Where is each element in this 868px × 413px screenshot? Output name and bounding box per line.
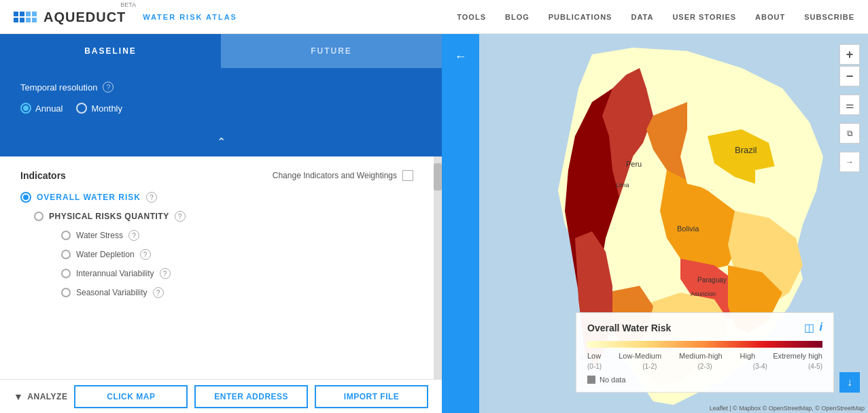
radio-annual-circle [20, 103, 31, 114]
layers-button[interactable]: ⚌ [839, 95, 860, 115]
arrow-down-icon: ↓ [847, 376, 852, 389]
water-depletion-radio[interactable] [61, 250, 71, 259]
svg-text:Paraguay: Paraguay [697, 276, 727, 284]
enter-address-button[interactable]: Enter Address [194, 385, 308, 408]
click-map-button[interactable]: Click map [74, 385, 188, 408]
legend-gradient [587, 341, 822, 348]
nav-data[interactable]: DATA [631, 13, 653, 21]
change-indicators-control[interactable]: Change Indicators and Weightings [273, 170, 413, 181]
temporal-radio-group: Annual Monthly [20, 103, 421, 114]
overall-water-risk-radio[interactable] [20, 192, 31, 203]
nav-about[interactable]: ABOUT [755, 13, 785, 21]
legend-labels: Low Low-Medium Medium-high High Extremel… [587, 352, 822, 360]
physical-risks-sub-items: Water Stress ? Water Depletion ? Interan… [61, 230, 413, 298]
radio-monthly-circle [76, 103, 87, 114]
legend-title: Overall Water Risk [587, 323, 671, 333]
nav-blog[interactable]: BLOG [505, 13, 530, 21]
scroll-down-button[interactable]: ↓ [839, 372, 860, 393]
indicator-overall-water-risk[interactable]: OVERALL WATER RISK ? [20, 192, 413, 203]
indicators-section: Indicators Change Indicators and Weighti… [0, 156, 434, 379]
indicators-header: Indicators Change Indicators and Weighti… [20, 170, 413, 181]
map-controls: + − ⚌ ⧉ → [839, 44, 860, 172]
radio-annual[interactable]: Annual [20, 103, 63, 114]
nav-subscribe[interactable]: SUBSCRIBE [804, 13, 854, 21]
radio-monthly[interactable]: Monthly [76, 103, 122, 114]
beta-badge: BETA [120, 2, 136, 8]
interannual-variability-radio[interactable] [61, 269, 71, 278]
tab-baseline[interactable]: BASELINE [0, 34, 221, 68]
temporal-help-icon[interactable]: ? [103, 82, 114, 93]
logo-container: AQUEDUCT BETA WATER RISK ATLAS [14, 10, 237, 24]
header-nav: TOOLS BLOG PUBLICATIONS DATA USER STORIE… [457, 13, 854, 21]
map-background: Peru Lima Brazil Bolivia Paraguay Asunci… [479, 34, 868, 413]
svg-text:Asuncion: Asuncion [691, 291, 716, 297]
collapse-button[interactable]: ⌃ [0, 127, 442, 156]
physical-risks-help-icon[interactable]: ? [175, 211, 186, 222]
change-indicators-toggle[interactable] [402, 170, 413, 181]
temporal-resolution-section: Temporal resolution ? [20, 82, 421, 93]
zoom-in-button[interactable]: + [839, 44, 860, 65]
seasonal-variability-radio[interactable] [61, 288, 71, 297]
tab-bar: BASELINE FUTURE [0, 34, 442, 68]
water-depletion-help-icon[interactable]: ? [140, 249, 151, 260]
indicators-wrapper: Indicators Change Indicators and Weighti… [0, 156, 442, 379]
fullscreen-button[interactable]: ⧉ [839, 123, 860, 144]
header-subtitle: WATER RISK ATLAS [143, 13, 237, 21]
import-file-button[interactable]: Import file [315, 385, 428, 408]
indicator-water-depletion[interactable]: Water Depletion ? [61, 249, 413, 260]
analyze-button[interactable]: ▼ Analyze [14, 391, 67, 402]
tab-future[interactable]: FUTURE [221, 34, 442, 68]
panel-top: Temporal resolution ? Annual Monthly [0, 68, 442, 127]
legend-compare-icon[interactable]: ◫ [804, 321, 814, 334]
svg-text:Lima: Lima [616, 182, 629, 188]
indicator-interannual-variability[interactable]: Interannual Variability ? [61, 268, 413, 279]
legend-controls: ◫ i [804, 321, 822, 334]
legend: Overall Water Risk ◫ i Low Low-Medium Me… [576, 312, 834, 393]
water-stress-radio[interactable] [61, 231, 71, 240]
chevron-down-icon: ▼ [14, 391, 23, 402]
logo-icon [14, 12, 37, 22]
nav-user-stories[interactable]: USER STORIES [672, 13, 736, 21]
map-area[interactable]: Peru Lima Brazil Bolivia Paraguay Asunci… [479, 34, 868, 413]
indicator-water-stress[interactable]: Water Stress ? [61, 230, 413, 241]
interannual-variability-help-icon[interactable]: ? [160, 268, 171, 279]
chevron-up-icon: ⌃ [217, 135, 226, 148]
nav-tools[interactable]: TOOLS [457, 13, 486, 21]
share-button[interactable]: → [839, 152, 860, 172]
svg-text:Brazil: Brazil [735, 145, 757, 155]
overall-water-risk-help-icon[interactable]: ? [146, 192, 157, 203]
scroll-thumb[interactable] [434, 163, 442, 191]
indicator-physical-risks[interactable]: PHYSICAL RISKS QUANTITY ? [34, 211, 413, 222]
main-content: BASELINE FUTURE Temporal resolution ? An… [0, 34, 868, 413]
no-data-swatch [587, 376, 595, 384]
water-stress-help-icon[interactable]: ? [128, 230, 139, 241]
svg-text:Bolivia: Bolivia [677, 225, 699, 233]
indicators-title: Indicators [20, 170, 66, 181]
svg-text:Peru: Peru [626, 160, 642, 168]
legend-header: Overall Water Risk ◫ i [587, 321, 822, 334]
seasonal-variability-help-icon[interactable]: ? [153, 287, 164, 298]
physical-risks-radio[interactable] [34, 212, 44, 221]
arrow-panel: ← [442, 34, 479, 413]
nav-publications[interactable]: PUBLICATIONS [549, 13, 612, 21]
bottom-bar: ▼ Analyze Click map Enter Address Import… [0, 379, 442, 413]
left-panel: BASELINE FUTURE Temporal resolution ? An… [0, 34, 442, 413]
legend-info-icon[interactable]: i [820, 321, 822, 334]
physical-risks-group: PHYSICAL RISKS QUANTITY ? Water Stress ?… [34, 211, 413, 298]
map-attribution: Leaflet | © Mapbox © OpenStreetMap, © Op… [710, 405, 865, 412]
zoom-out-button[interactable]: − [839, 66, 860, 86]
back-arrow-button[interactable]: ← [449, 44, 473, 69]
legend-sub-labels: (0-1) (1-2) (2-3) (3-4) (4-5) [587, 363, 822, 370]
scrollbar[interactable] [434, 156, 442, 379]
legend-no-data: No data [587, 376, 822, 384]
logo-text: AQUEDUCT [44, 10, 126, 24]
header: AQUEDUCT BETA WATER RISK ATLAS TOOLS BLO… [0, 0, 868, 34]
indicator-seasonal-variability[interactable]: Seasonal Variability ? [61, 287, 413, 298]
